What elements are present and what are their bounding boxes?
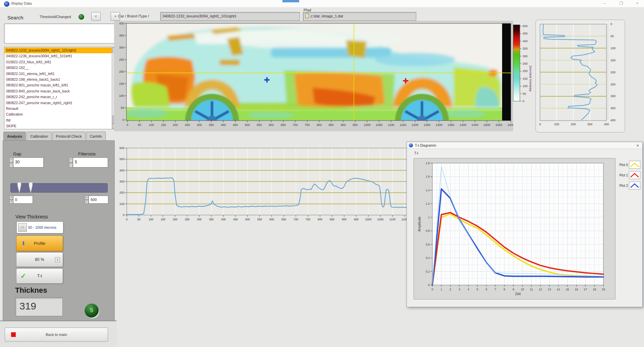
svg-text:100: 100 (119, 202, 124, 206)
svg-text:1100: 1100 (389, 218, 396, 221)
svg-text:200: 200 (571, 123, 576, 126)
svg-text:100: 100 (523, 84, 528, 88)
svg-text:1250: 1250 (424, 123, 430, 127)
svg-text:4: 4 (468, 288, 469, 291)
thickness-value-box: 319 (15, 297, 63, 316)
list-item[interactable]: Renault (5, 106, 112, 112)
tt-diagram-window[interactable]: T-t Diagramm × T-t 012345678910111213141… (407, 142, 643, 307)
svg-text:600: 600 (119, 146, 124, 150)
tt-close-icon[interactable]: × (636, 143, 639, 148)
filtersize-field[interactable]: ▲▼ 5 (69, 157, 108, 167)
svg-text:850: 850 (329, 123, 334, 127)
svg-text:100: 100 (149, 123, 154, 127)
svg-text:18: 18 (593, 288, 596, 291)
window-title: Replay Data (11, 1, 32, 5)
tab-carinfo[interactable]: CarInfo (86, 132, 106, 141)
tab-analysis[interactable]: Analysis (3, 132, 26, 141)
svg-text:16: 16 (575, 288, 578, 291)
svg-text:0: 0 (539, 123, 541, 126)
list-item[interactable]: 080822-242_porsche macan_r_r (5, 94, 112, 100)
filtersize-spinner-icon[interactable]: ▲▼ (69, 157, 73, 167)
percent-spinner-icon[interactable]: ▲ (55, 257, 60, 262)
list-item[interactable]: 080822-247_porsche macan_right1_right1 (5, 100, 112, 106)
car-brand-type-field[interactable]: 040822-1232_lexusnx300H_right1_101right1 (160, 12, 300, 21)
svg-text:0: 0 (122, 118, 124, 122)
filtersize-label: Filtersize (78, 151, 96, 156)
svg-text:950: 950 (353, 123, 358, 127)
legend-entry[interactable]: Plot 2 (618, 182, 640, 190)
svg-text:0: 0 (523, 99, 524, 103)
svg-text:1: 1 (440, 288, 442, 291)
gap-field[interactable]: ▲▼ 30 (9, 157, 44, 167)
thickness-heading: Thicknes (15, 286, 47, 295)
legend-entry[interactable]: Plot 1 (618, 171, 640, 179)
thickness-range-combo[interactable]: 20 50 - 1000 microns (16, 221, 63, 233)
list-item[interactable]: 080822-101_elenna_left1_left1 (5, 71, 112, 77)
range-min-field[interactable]: ▲▼ 0 (9, 196, 33, 204)
minimize-button[interactable]: – (601, 1, 608, 6)
close-button[interactable]: × (634, 1, 641, 6)
list-item[interactable]: 080822-801_porsche macan_left1_left1 (5, 82, 112, 88)
list-item[interactable]: 040822-1232_lexusnx300H_right1_101right1 (5, 48, 112, 53)
list-items: 040822-1232_lexusnx300H_right1_101right1… (5, 48, 112, 129)
tt-button[interactable]: ✓ T-t (16, 268, 63, 284)
app-icon (4, 1, 9, 7)
svg-text:9: 9 (513, 288, 514, 291)
back-to-main-button[interactable]: Back to main (5, 328, 108, 342)
svg-text:1550: 1550 (495, 123, 502, 127)
prev-button[interactable]: < (91, 12, 101, 21)
svg-text:13: 13 (548, 288, 551, 291)
range-max-spinner-icon[interactable]: ▲▼ (85, 196, 89, 204)
svg-text:3: 3 (459, 288, 460, 291)
range-slider-handle-low[interactable] (17, 183, 22, 193)
svg-text:7: 7 (495, 288, 496, 291)
svg-text:0.6: 0.6 (426, 243, 430, 246)
list-item[interactable]: Calibration (5, 112, 112, 117)
list-item[interactable]: 080822-192__ (5, 65, 112, 71)
svg-text:11: 11 (530, 288, 533, 291)
list-item[interactable]: 010822-223_hilux_left1_left1 (5, 59, 112, 65)
view-thickness-label: View Thickness (15, 214, 48, 219)
search-input[interactable] (4, 23, 117, 44)
svg-text:1450: 1450 (472, 123, 478, 127)
svg-text:150: 150 (119, 82, 124, 85)
vertical-profile-chart[interactable]: 0501001502002503003504000100200300400 (535, 19, 626, 133)
list-item[interactable]: 080822-198_elenna_back1_back1 (5, 77, 112, 82)
heatmap-black-column (502, 23, 511, 121)
svg-text:400: 400 (221, 123, 226, 127)
profile-button[interactable]: ⬇ Profile (16, 235, 63, 251)
legend-entry[interactable]: Plot 0 (618, 161, 640, 169)
tab-bar: AnalysisCalibrationProtocoll CheckCarInf… (3, 132, 106, 141)
range-slider-handle-high[interactable] (28, 183, 33, 193)
scan-listbox[interactable]: 040822-1232_lexusnx300H_right1_101right1… (4, 47, 117, 129)
legend-label: Plot 0 (618, 163, 628, 167)
tab-protocoll-check[interactable]: Protocoll Check (52, 132, 86, 141)
svg-text:1.4: 1.4 (426, 189, 430, 192)
svg-text:400: 400 (119, 22, 124, 25)
percent-button[interactable]: 80 % ▲ (16, 252, 63, 267)
svg-text:1100: 1100 (388, 123, 394, 127)
list-item[interactable]: 040822-1236_lexusnx300H_left1_101left1 (5, 53, 112, 59)
range-slider[interactable] (10, 183, 108, 193)
svg-text:150: 150 (161, 218, 165, 221)
tt-window-icon (409, 143, 413, 147)
list-item[interactable]: SKIPE (5, 123, 112, 129)
pfad-field[interactable]: c:\dat..\image_1.dat (303, 12, 416, 21)
svg-text:350: 350 (209, 123, 214, 127)
range-min-spinner-icon[interactable]: ▲▼ (9, 196, 13, 204)
svg-text:1.6: 1.6 (426, 175, 430, 178)
svg-text:850: 850 (330, 218, 334, 221)
restore-button[interactable]: ❐ (618, 1, 625, 6)
file-icon (305, 13, 309, 18)
svg-text:600: 600 (269, 123, 274, 127)
list-item[interactable]: 080822-840_porsche macan_back_back (5, 88, 112, 94)
svg-text:50: 50 (137, 218, 141, 221)
list-item[interactable]: INI (5, 118, 112, 123)
range-max-field[interactable]: ▲▼ 500 (85, 196, 108, 204)
car-heatmap-chart[interactable]: 0501001502002503003504004505005506006507… (114, 21, 513, 131)
pfad-label: Pfad (304, 8, 311, 12)
gap-spinner-icon[interactable]: ▲▼ (9, 157, 13, 167)
tab-calibration[interactable]: Calibration (26, 132, 52, 141)
svg-text:150: 150 (523, 77, 528, 80)
tt-window-titlebar[interactable]: T-t Diagramm × (407, 142, 642, 149)
